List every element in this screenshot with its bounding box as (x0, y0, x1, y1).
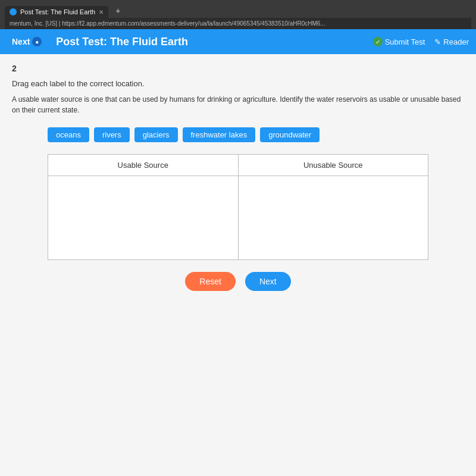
tab-close-icon[interactable]: ✕ (99, 9, 104, 15)
unusable-source-header: Unusable Source (239, 155, 428, 176)
header-right: ✓ Submit Test ✎ Reader (373, 37, 469, 46)
header-next-button[interactable]: Next ● (7, 35, 46, 49)
tab-label: Post Test: The Fluid Earth (20, 8, 95, 15)
reader-icon: ✎ (434, 37, 441, 46)
unusable-drop-zone[interactable] (239, 176, 428, 259)
label-oceans[interactable]: oceans (48, 127, 89, 142)
drop-table: Usable Source Unusable Source (48, 154, 428, 260)
label-rivers[interactable]: rivers (94, 127, 130, 142)
table-header: Usable Source Unusable Source (48, 155, 428, 176)
page-title: Post Test: The Fluid Earth (56, 36, 372, 48)
main-content: 2 Drag each label to the correct locatio… (0, 54, 476, 476)
drag-labels-container: oceans rivers glaciers freshwater lakes … (12, 127, 464, 142)
usable-source-header: Usable Source (48, 155, 239, 176)
submit-check-icon: ✓ (373, 37, 383, 46)
submit-label: Submit Test (385, 37, 425, 46)
app-header: Next ● Post Test: The Fluid Earth ✓ Subm… (0, 29, 476, 54)
next-circle-icon: ● (32, 37, 42, 46)
address-bar[interactable]: mentum, Inc. [US] | https://f2.app.edmen… (5, 18, 471, 29)
tab-favicon (10, 8, 17, 15)
active-tab[interactable]: Post Test: The Fluid Earth ✕ (5, 6, 108, 18)
browser-chrome: Post Test: The Fluid Earth ✕ + mentum, I… (0, 0, 476, 29)
label-freshwater-lakes[interactable]: freshwater lakes (183, 127, 256, 142)
action-buttons: Reset Next (12, 272, 464, 291)
tab-bar: Post Test: The Fluid Earth ✕ + (5, 4, 471, 18)
description-text: A usable water source is one that can be… (12, 94, 464, 115)
reset-button[interactable]: Reset (185, 272, 236, 291)
reader-label: Reader (443, 37, 469, 46)
new-tab-button[interactable]: + (111, 4, 125, 18)
label-glaciers[interactable]: glaciers (134, 127, 178, 142)
table-body (48, 176, 428, 259)
header-next-label: Next (12, 37, 30, 46)
usable-drop-zone[interactable] (48, 176, 239, 259)
label-groundwater[interactable]: groundwater (260, 127, 320, 142)
reader-button[interactable]: ✎ Reader (434, 37, 469, 46)
next-button[interactable]: Next (245, 272, 291, 291)
instruction-text: Drag each label to the correct location. (12, 79, 464, 88)
submit-test-button[interactable]: ✓ Submit Test (373, 37, 425, 46)
address-text: mentum, Inc. [US] | https://f2.app.edmen… (10, 20, 466, 27)
question-number: 2 (12, 64, 464, 73)
